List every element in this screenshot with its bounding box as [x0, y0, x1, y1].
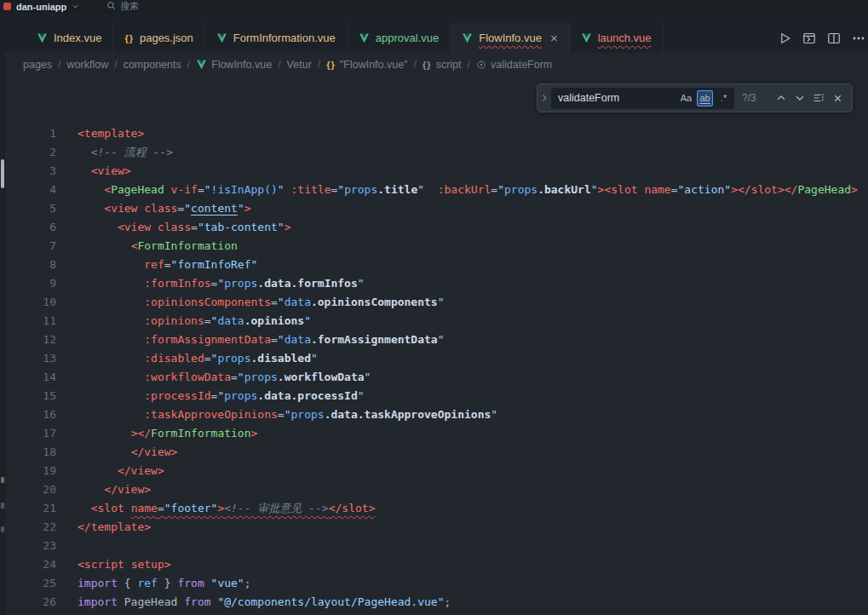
code-text: :processId="props.data.processId" [56, 387, 365, 405]
breadcrumb-item-vetur[interactable]: Vetur [287, 59, 312, 71]
code-text: :taskApproveOpinions="props.data.taskApp… [56, 405, 497, 424]
tab-launch-vue[interactable]: launch.vue [570, 23, 664, 53]
regex-button[interactable]: .* [716, 90, 732, 106]
code-line[interactable]: 7 <FormInformation [5, 237, 868, 256]
breadcrumb-item-flowinfo-file[interactable]: FlowInfo.vue [196, 59, 272, 71]
code-text [56, 537, 78, 555]
code-token: from [177, 577, 204, 589]
code-area[interactable]: 1<template>2 <!-- 流程 -->3 <view>4 <PageH… [5, 77, 868, 612]
sash-indicator[interactable] [1, 159, 4, 188]
code-line[interactable]: 12 :formAssignmentData="data.formAssignm… [5, 330, 868, 349]
code-token: = [278, 408, 285, 421]
code-token: "formInfoRef" [171, 258, 258, 271]
tab-pages-json[interactable]: {}pages.json [113, 23, 204, 53]
tab-forminformation-vue[interactable]: FormInformation.vue [205, 23, 348, 53]
breadcrumb-item-script[interactable]: {}script [423, 59, 461, 71]
next-match-button[interactable] [790, 89, 809, 107]
code-line[interactable]: 18 </view> [5, 443, 868, 462]
line-number: 13 [5, 349, 56, 368]
code-token: .opinions [244, 314, 304, 327]
breadcrumb-item-components[interactable]: components [124, 59, 181, 71]
code-line[interactable]: 1<template> [5, 124, 868, 143]
code-token: ><slot [598, 183, 638, 196]
code-token: { [118, 577, 137, 589]
code-line[interactable]: 3 <view> [5, 162, 868, 181]
code-line[interactable]: 24<script setup> [5, 555, 868, 574]
code-token: .workflowData [278, 371, 365, 383]
strip-mark [1, 526, 4, 532]
code-line[interactable]: 5 <view class="content"> [5, 199, 868, 218]
code-token: <view [118, 221, 151, 233]
code-text: </view> [56, 480, 151, 499]
code-line[interactable]: 19 </view> [5, 462, 868, 480]
code-line[interactable]: 26import PageHead from "@/components/lay… [5, 593, 868, 612]
find-input[interactable] [558, 92, 678, 104]
line-number: 6 [5, 218, 56, 237]
code-text: <script setup> [56, 555, 171, 574]
run-button[interactable] [778, 32, 791, 45]
code-line[interactable]: 14 :workflowData="props.workflowData" [5, 368, 868, 387]
previous-match-button[interactable] [772, 89, 790, 107]
code-line[interactable]: 2 <!-- 流程 --> [5, 143, 868, 162]
line-number: 8 [5, 256, 56, 274]
code-line[interactable]: 17 ></FormInformation> [5, 424, 868, 443]
match-case-button[interactable]: Aa [678, 90, 694, 106]
breadcrumb-item-validateform[interactable]: validateForm [476, 59, 552, 71]
line-number: 1 [5, 124, 56, 143]
split-editor-button[interactable] [827, 32, 841, 45]
close-find-button[interactable] [828, 89, 847, 107]
code-line[interactable]: 9 :formInfos="props.data.formInfos" [5, 274, 868, 293]
code-line[interactable]: 15 :processId="props.data.processId" [5, 387, 868, 405]
code-line[interactable]: 21 <slot name="footer"><!-- 审批意见 --></sl… [5, 499, 868, 518]
code-token: .data.processId [257, 389, 357, 402]
tab-index-vue[interactable]: Index.vue [26, 23, 113, 53]
code-token: "vue" [211, 577, 244, 589]
breadcrumb-item-workflow[interactable]: workflow [67, 59, 109, 71]
code-line[interactable]: 8 ref="formInfoRef" [5, 256, 868, 274]
json-icon: {} [326, 60, 336, 70]
global-search[interactable]: 搜索 [106, 0, 139, 13]
code-token [78, 389, 144, 402]
tab-approval-vue[interactable]: approval.vue [348, 23, 451, 53]
breadcrumb: pages/workflow/components/FlowInfo.vue/V… [0, 53, 868, 77]
code-line[interactable]: 25import { ref } from "vue"; [5, 574, 868, 593]
code-line[interactable]: 4 <PageHead v-if="!isInApp()" :title="pr… [5, 181, 868, 199]
line-number: 12 [5, 330, 56, 349]
code-line[interactable]: 23 [5, 537, 868, 555]
code-line[interactable]: 6 <view class="tab-content"> [5, 218, 868, 237]
code-line[interactable]: 16 :taskApproveOpinions="props.data.task… [5, 405, 868, 424]
preview-button[interactable] [802, 32, 816, 45]
code-token [78, 146, 91, 158]
code-token: </slot> [329, 502, 376, 514]
more-actions-button[interactable] [852, 32, 865, 45]
code-line[interactable]: 10 :opinionsComponents="data.opinionsCom… [5, 293, 868, 312]
breadcrumb-item-pages[interactable]: pages [23, 59, 52, 71]
code-line[interactable]: 20 </view> [5, 480, 868, 499]
code-token: = [191, 221, 198, 233]
toggle-replace-button[interactable] [537, 84, 551, 112]
code-token: <script [78, 558, 124, 571]
find-results-count: ?/3 [742, 92, 764, 104]
breadcrumb-separator: / [468, 59, 470, 71]
code-token: = [671, 183, 678, 196]
vue-icon [196, 60, 207, 70]
whole-word-button[interactable]: ab [697, 90, 713, 106]
code-line[interactable]: 13 :disabled="props.disabled" [5, 349, 868, 368]
code-token: " [278, 183, 285, 196]
workspace-name[interactable]: dan-uniapp [16, 2, 66, 12]
code-line[interactable]: 11 :opinions="data.opinions" [5, 312, 868, 330]
code-token: "@/components/layout/PageHead.vue" [217, 595, 444, 608]
find-in-selection-button[interactable] [809, 89, 828, 107]
find-options: Aa ab .* [678, 90, 732, 106]
code-text: :formInfos="props.data.formInfos" [56, 274, 365, 293]
line-number: 10 [5, 293, 56, 312]
code-line[interactable]: 22</template> [5, 518, 868, 537]
code-token [78, 427, 131, 440]
breadcrumb-item-flowinfo-module[interactable]: {}"FlowInfo.vue" [326, 59, 407, 71]
code-token: props [504, 183, 537, 196]
code-token [78, 296, 144, 308]
code-token: " [204, 183, 211, 196]
tab-flowinfo-vue[interactable]: FlowInfo.vue× [451, 23, 569, 53]
close-tab-icon[interactable]: × [550, 32, 558, 44]
code-token: > [285, 221, 291, 233]
